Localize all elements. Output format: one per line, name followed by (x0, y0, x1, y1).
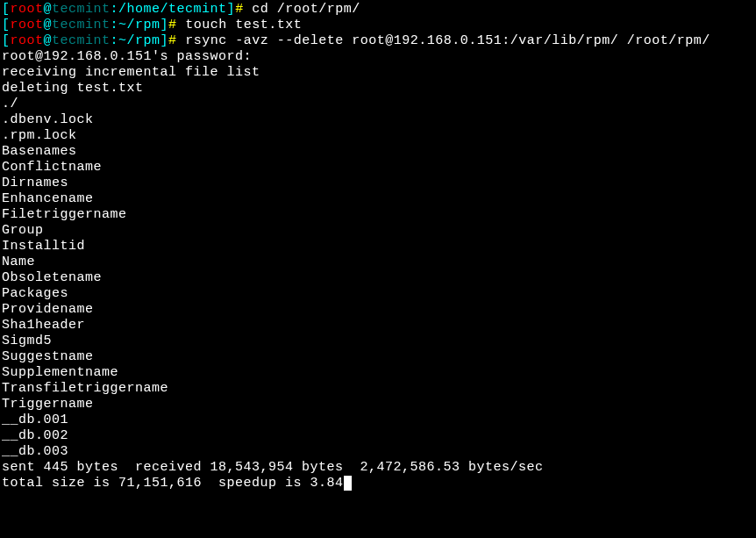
path: ~/rpm (118, 18, 160, 32)
output-file: Basenames (2, 144, 754, 160)
cursor[interactable] (344, 476, 352, 491)
bracket-open: [ (2, 2, 11, 17)
bracket-close: ] (160, 18, 169, 32)
output-file: Obsoletename (2, 270, 754, 286)
output-file: __db.003 (2, 444, 754, 460)
path: ~/rpm (118, 33, 160, 48)
colon: : (111, 2, 119, 17)
output-file: .rpm.lock (2, 128, 754, 144)
output-dotslash: ./ (2, 97, 754, 112)
output-file: Filetriggername (2, 207, 754, 223)
at-sign: @ (44, 18, 53, 32)
bracket-close: ] (160, 33, 169, 48)
output-file: Suggestname (2, 349, 754, 365)
output-file: Providename (2, 302, 754, 318)
prompt-char: # (168, 18, 177, 32)
output-file: Dirnames (2, 176, 754, 191)
path: /home/tecmint (118, 2, 227, 17)
output-file: Sigmd5 (2, 334, 754, 349)
output-deleting: deleting test.txt (2, 81, 754, 97)
bracket-open: [ (2, 18, 11, 32)
prompt-char: # (235, 2, 244, 17)
colon: : (111, 18, 119, 32)
at-sign: @ (44, 2, 53, 17)
output-file: __db.001 (2, 412, 754, 428)
output-file: Group (2, 223, 754, 239)
output-file: Enhancename (2, 191, 754, 207)
command-text[interactable]: cd /root/rpm/ (244, 2, 360, 17)
output-file: Sha1header (2, 318, 754, 334)
prompt-line-3: [root@tecmint:~/rpm]# rsync -avz --delet… (2, 33, 754, 49)
output-file: .dbenv.lock (2, 112, 754, 128)
output-file: Supplementname (2, 365, 754, 381)
prompt-line-1: [root@tecmint:/home/tecmint]# cd /root/r… (2, 2, 754, 18)
output-file: Triggername (2, 397, 754, 412)
bracket-close: ] (227, 2, 236, 17)
prompt-char: # (168, 33, 177, 48)
hostname: tecmint (52, 33, 111, 48)
output-file: Packages (2, 286, 754, 302)
user: root (11, 18, 44, 32)
at-sign: @ (44, 33, 53, 48)
command-text[interactable]: touch test.txt (177, 18, 303, 32)
prompt-line-2: [root@tecmint:~/rpm]# touch test.txt (2, 18, 754, 33)
output-total: total size is 71,151,616 speedup is 3.84 (2, 476, 344, 491)
output-password: root@192.168.0.151's password: (2, 49, 754, 65)
output-receiving: receiving incremental file list (2, 65, 754, 81)
hostname: tecmint (52, 2, 111, 17)
command-text[interactable]: rsync -avz --delete root@192.168.0.151:/… (177, 33, 710, 48)
colon: : (111, 33, 119, 48)
bracket-open: [ (2, 33, 11, 48)
output-file: Name (2, 255, 754, 270)
user: root (11, 33, 44, 48)
output-file: __db.002 (2, 428, 754, 444)
output-sent: sent 445 bytes received 18,543,954 bytes… (2, 460, 754, 476)
output-file: Conflictname (2, 160, 754, 176)
output-total-line: total size is 71,151,616 speedup is 3.84 (2, 476, 754, 491)
output-file: Transfiletriggername (2, 381, 754, 397)
output-file: Installtid (2, 239, 754, 255)
hostname: tecmint (52, 18, 111, 32)
user: root (11, 2, 44, 17)
